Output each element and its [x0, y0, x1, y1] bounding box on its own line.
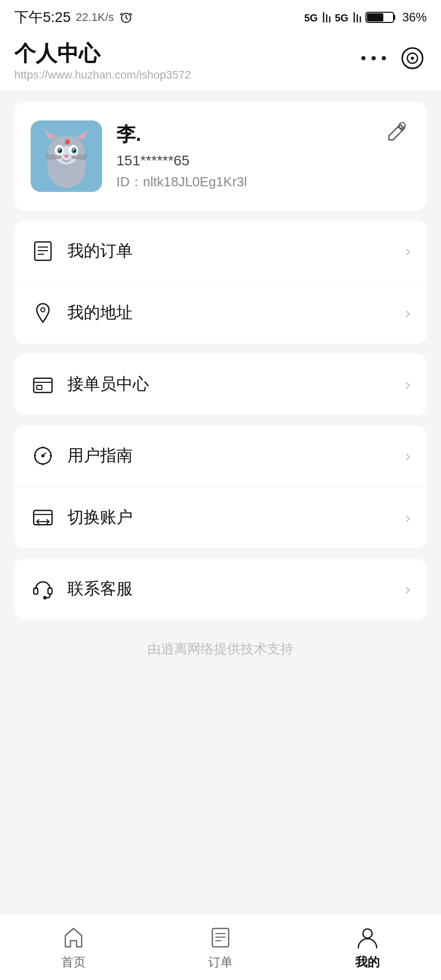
svg-text:5G: 5G [304, 12, 318, 23]
switch-account-item[interactable]: 切换账户 › [14, 487, 427, 548]
svg-rect-54 [34, 510, 52, 525]
bottom-nav: 首页 订单 我的 [0, 914, 441, 980]
scan-button[interactable] [398, 44, 427, 72]
signal-5g-1-icon: 5G [304, 10, 331, 24]
home-icon [60, 924, 87, 951]
edit-profile-button[interactable] [384, 118, 410, 145]
order-center-label: 接单员中心 [67, 373, 393, 396]
status-bar: 下午5:25 22.1K/s 5G 5G 36% 36% [0, 0, 441, 31]
order-center-item[interactable]: 接单员中心 › [14, 354, 427, 415]
avatar [31, 120, 102, 192]
user-guide-item[interactable]: 用户指南 › [14, 425, 427, 487]
order-center-icon [31, 372, 55, 397]
header-actions [359, 41, 427, 72]
svg-point-34 [64, 155, 68, 158]
my-address-arrow: › [405, 304, 410, 322]
svg-point-47 [41, 308, 45, 312]
svg-point-63 [363, 929, 372, 938]
user-guide-label: 用户指南 [67, 445, 393, 467]
signal-5g-2-icon: 5G [335, 10, 361, 24]
svg-rect-49 [37, 385, 42, 389]
svg-point-14 [382, 56, 386, 60]
battery-icon: 36% [365, 10, 398, 24]
orders-nav-icon [207, 924, 234, 951]
service-icon [31, 577, 55, 601]
my-orders-arrow: › [405, 242, 410, 260]
switch-account-label: 切换账户 [67, 506, 393, 529]
svg-point-13 [372, 56, 376, 60]
svg-point-12 [361, 56, 365, 60]
nav-mine-label: 我的 [355, 954, 380, 970]
network-speed: 22.1K/s [76, 11, 114, 24]
alarm-icon [119, 10, 133, 24]
svg-point-32 [59, 149, 61, 151]
profile-card: 李. 151******65 ID：nltk18JL0Eg1Kr3l [14, 102, 427, 210]
address-icon [31, 301, 55, 325]
nav-mine[interactable]: 我的 [294, 924, 441, 970]
my-orders-label: 我的订单 [67, 240, 393, 262]
contact-service-arrow: › [405, 580, 410, 598]
svg-point-42 [399, 122, 405, 129]
my-address-item[interactable]: 我的地址 › [14, 282, 427, 344]
page-title: 个人中心 [14, 41, 191, 66]
svg-text:5G: 5G [335, 12, 349, 23]
support-text: 由逍离网络提供技术支持 [14, 630, 427, 678]
order-center-arrow: › [405, 376, 410, 393]
header-left: 个人中心 https://www.huzhan.com/ishop3572 [14, 41, 191, 82]
mine-icon [354, 924, 381, 951]
more-button[interactable] [359, 44, 388, 72]
status-right: 5G 5G 36% 36% [304, 10, 427, 24]
svg-point-17 [411, 57, 414, 60]
nav-home[interactable]: 首页 [0, 924, 147, 970]
menu-group-1: 我的订单 › 我的地址 › [14, 220, 427, 344]
profile-phone: 151******65 [116, 153, 410, 169]
contact-service-item[interactable]: 联系客服 › [14, 558, 427, 620]
my-orders-item[interactable]: 我的订单 › [14, 220, 427, 282]
switch-account-arrow: › [405, 509, 410, 526]
menu-group-3: 用户指南 › 切换账户 › [14, 425, 427, 548]
nav-orders-label: 订单 [208, 954, 233, 970]
status-time: 下午5:25 [14, 8, 71, 27]
battery-percent: 36% [402, 10, 427, 24]
user-guide-arrow: › [405, 447, 410, 464]
svg-rect-10 [367, 13, 383, 21]
svg-point-41 [65, 139, 70, 144]
svg-line-52 [44, 453, 46, 455]
main-content: 李. 151******65 ID：nltk18JL0Eg1Kr3l [0, 90, 441, 691]
orders-icon [31, 239, 55, 263]
page-url: https://www.huzhan.com/ishop3572 [14, 68, 191, 82]
nav-home-label: 首页 [61, 954, 86, 970]
switch-icon [31, 505, 55, 530]
profile-name: 李. [116, 121, 410, 148]
guide-icon [31, 444, 55, 468]
menu-group-2: 接单员中心 › [14, 354, 427, 415]
profile-id: ID：nltk18JL0Eg1Kr3l [116, 173, 410, 191]
nav-orders[interactable]: 订单 [147, 924, 294, 970]
menu-group-4: 联系客服 › [14, 558, 427, 620]
profile-info: 李. 151******65 ID：nltk18JL0Eg1Kr3l [116, 121, 410, 191]
svg-point-33 [74, 149, 75, 151]
my-address-label: 我的地址 [67, 302, 393, 324]
header: 个人中心 https://www.huzhan.com/ishop3572 [0, 31, 441, 90]
contact-service-label: 联系客服 [67, 578, 393, 600]
